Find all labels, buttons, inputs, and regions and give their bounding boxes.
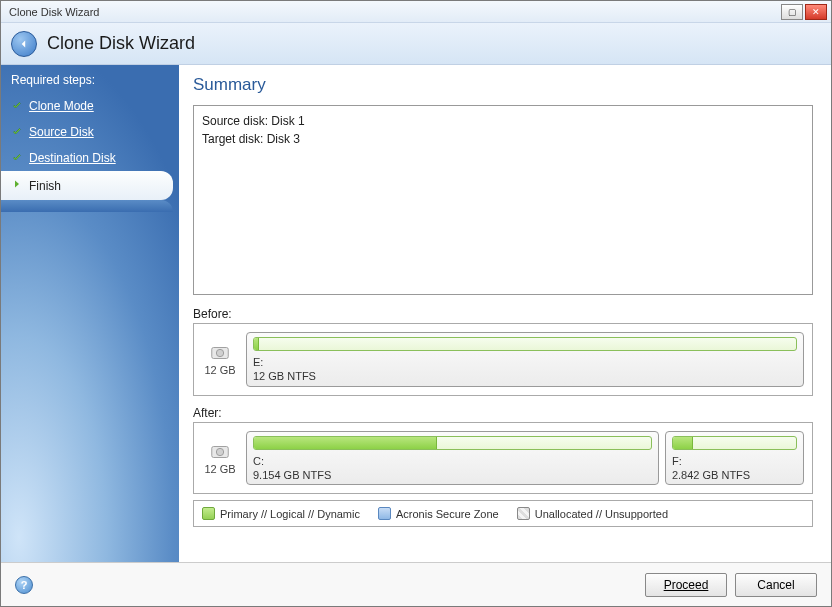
arrow-right-icon [11, 178, 23, 193]
legend-primary: Primary // Logical // Dynamic [202, 507, 360, 520]
disk-size: 12 GB [204, 463, 235, 475]
cancel-button[interactable]: Cancel [735, 573, 817, 597]
partition-letter: C: [253, 454, 652, 468]
partition-letter: F: [672, 454, 797, 468]
step-label: Clone Mode [29, 99, 94, 113]
before-label: Before: [193, 307, 813, 321]
step-destination-disk[interactable]: Destination Disk [1, 145, 179, 171]
step-label: Destination Disk [29, 151, 116, 165]
proceed-button[interactable]: Proceed [645, 573, 727, 597]
target-disk-line: Target disk: Disk 3 [202, 130, 804, 148]
legend-secure-zone: Acronis Secure Zone [378, 507, 499, 520]
svg-point-3 [216, 448, 223, 455]
partition-letter: E: [253, 355, 797, 369]
step-finish[interactable]: Finish [1, 171, 173, 200]
swatch-secure-icon [378, 507, 391, 520]
disk-icon [209, 441, 231, 463]
disk-icon [209, 342, 231, 364]
legend-label: Unallocated // Unsupported [535, 508, 668, 520]
partition-fill [254, 338, 259, 350]
step-source-disk[interactable]: Source Disk [1, 119, 179, 145]
header: Clone Disk Wizard [1, 23, 831, 65]
footer: ? Proceed Cancel [1, 562, 831, 606]
header-title: Clone Disk Wizard [47, 33, 195, 54]
swatch-primary-icon [202, 507, 215, 520]
svg-point-1 [216, 350, 223, 357]
check-icon [11, 126, 23, 138]
body: Required steps: Clone Mode Source Disk D… [1, 65, 831, 562]
disk-size: 12 GB [204, 364, 235, 376]
titlebar-title: Clone Disk Wizard [9, 6, 781, 18]
step-clone-mode[interactable]: Clone Mode [1, 93, 179, 119]
disk-icon-col: 12 GB [202, 431, 238, 486]
after-disk-panel: 12 GB C: 9.154 GB NTFS F: 2.842 GB NTFS [193, 422, 813, 495]
partition-fill [254, 437, 437, 449]
partition-desc: 9.154 GB NTFS [253, 468, 652, 482]
partition-bar [672, 436, 797, 450]
check-icon [11, 152, 23, 164]
partition[interactable]: E: 12 GB NTFS [246, 332, 804, 387]
before-disk-panel: 12 GB E: 12 GB NTFS [193, 323, 813, 396]
maximize-button[interactable]: ▢ [781, 4, 803, 20]
disk-icon-col: 12 GB [202, 332, 238, 387]
partition[interactable]: C: 9.154 GB NTFS [246, 431, 659, 486]
titlebar: Clone Disk Wizard ▢ ✕ [1, 1, 831, 23]
sidebar-heading: Required steps: [1, 65, 179, 93]
legend-label: Acronis Secure Zone [396, 508, 499, 520]
after-label: After: [193, 406, 813, 420]
check-icon [11, 100, 23, 112]
partition-desc: 2.842 GB NTFS [672, 468, 797, 482]
swatch-unallocated-icon [517, 507, 530, 520]
titlebar-buttons: ▢ ✕ [781, 4, 827, 20]
partition[interactable]: F: 2.842 GB NTFS [665, 431, 804, 486]
partition-desc: 12 GB NTFS [253, 369, 797, 383]
sidebar: Required steps: Clone Mode Source Disk D… [1, 65, 179, 562]
partition-bar [253, 337, 797, 351]
wizard-window: Clone Disk Wizard ▢ ✕ Clone Disk Wizard … [0, 0, 832, 607]
partition-fill [673, 437, 693, 449]
source-disk-line: Source disk: Disk 1 [202, 112, 804, 130]
legend-unallocated: Unallocated // Unsupported [517, 507, 668, 520]
after-partitions: C: 9.154 GB NTFS F: 2.842 GB NTFS [246, 431, 804, 486]
close-button[interactable]: ✕ [805, 4, 827, 20]
partition-bar [253, 436, 652, 450]
summary-info: Source disk: Disk 1 Target disk: Disk 3 [193, 105, 813, 295]
step-label: Finish [29, 179, 61, 193]
legend: Primary // Logical // Dynamic Acronis Se… [193, 500, 813, 527]
content: Summary Source disk: Disk 1 Target disk:… [179, 65, 831, 562]
back-button[interactable] [11, 31, 37, 57]
page-title: Summary [193, 75, 813, 95]
step-label: Source Disk [29, 125, 94, 139]
help-button[interactable]: ? [15, 576, 33, 594]
arrow-left-icon [17, 37, 31, 51]
before-partitions: E: 12 GB NTFS [246, 332, 804, 387]
sidebar-notch [1, 200, 173, 212]
legend-label: Primary // Logical // Dynamic [220, 508, 360, 520]
